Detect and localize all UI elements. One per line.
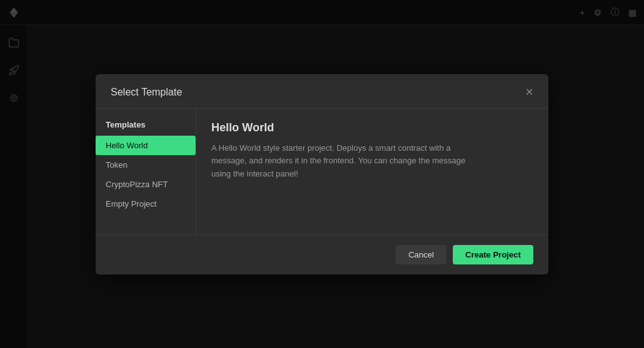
modal-overlay: Select Template ✕ Templates Hello World …: [0, 0, 644, 348]
cancel-button[interactable]: Cancel: [396, 245, 446, 264]
template-item-cryptopizza-nft[interactable]: CryptoPizza NFT: [96, 175, 196, 194]
template-detail-description: A Hello World style starter project. Dep…: [211, 142, 475, 181]
modal-footer: Cancel Create Project: [96, 234, 548, 275]
template-item-hello-world[interactable]: Hello World: [96, 136, 196, 155]
template-item-token[interactable]: Token: [96, 155, 196, 175]
template-section-label: Templates: [96, 116, 196, 136]
template-list: Templates Hello World Token CryptoPizza …: [96, 109, 196, 234]
template-detail-title: Hello World: [211, 121, 533, 134]
modal-close-button[interactable]: ✕: [525, 87, 533, 97]
modal-body: Templates Hello World Token CryptoPizza …: [96, 109, 548, 234]
create-project-button[interactable]: Create Project: [453, 245, 533, 264]
template-detail: Hello World A Hello World style starter …: [196, 109, 548, 234]
modal-header: Select Template ✕: [96, 74, 548, 109]
select-template-modal: Select Template ✕ Templates Hello World …: [96, 74, 548, 275]
template-item-empty-project[interactable]: Empty Project: [96, 194, 196, 214]
modal-title: Select Template: [111, 87, 182, 98]
